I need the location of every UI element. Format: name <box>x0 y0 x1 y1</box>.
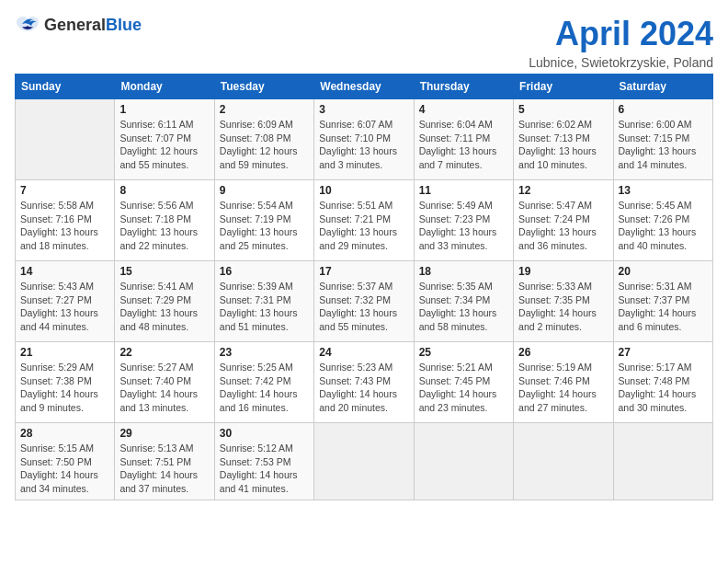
calendar-cell: 24Sunrise: 5:23 AM Sunset: 7:43 PM Dayli… <box>314 342 414 423</box>
weekday-header-tuesday: Tuesday <box>214 75 313 99</box>
day-number: 18 <box>419 265 508 278</box>
day-number: 4 <box>419 103 508 116</box>
calendar-cell: 21Sunrise: 5:29 AM Sunset: 7:38 PM Dayli… <box>16 342 115 423</box>
day-number: 25 <box>419 346 508 359</box>
day-info: Sunrise: 5:56 AM Sunset: 7:18 PM Dayligh… <box>119 199 209 253</box>
day-number: 1 <box>119 103 209 116</box>
day-number: 8 <box>119 184 209 197</box>
calendar-week-4: 21Sunrise: 5:29 AM Sunset: 7:38 PM Dayli… <box>16 342 713 423</box>
calendar-cell: 6Sunrise: 6:00 AM Sunset: 7:15 PM Daylig… <box>613 99 712 180</box>
day-number: 17 <box>319 265 408 278</box>
day-number: 10 <box>319 184 408 197</box>
weekday-header-friday: Friday <box>514 75 613 99</box>
calendar-cell: 5Sunrise: 6:02 AM Sunset: 7:13 PM Daylig… <box>514 99 613 180</box>
day-number: 3 <box>319 103 408 116</box>
day-info: Sunrise: 5:33 AM Sunset: 7:35 PM Dayligh… <box>518 280 608 334</box>
day-info: Sunrise: 5:51 AM Sunset: 7:21 PM Dayligh… <box>319 199 408 253</box>
day-number: 14 <box>20 265 109 278</box>
day-info: Sunrise: 5:47 AM Sunset: 7:24 PM Dayligh… <box>518 199 608 253</box>
calendar-cell: 29Sunrise: 5:13 AM Sunset: 7:51 PM Dayli… <box>115 423 214 500</box>
day-info: Sunrise: 5:21 AM Sunset: 7:45 PM Dayligh… <box>419 361 508 415</box>
day-number: 28 <box>20 427 109 440</box>
day-number: 19 <box>518 265 608 278</box>
calendar-cell: 7Sunrise: 5:58 AM Sunset: 7:16 PM Daylig… <box>16 180 115 261</box>
weekday-header-thursday: Thursday <box>414 75 513 99</box>
day-number: 9 <box>220 184 309 197</box>
calendar-cell: 27Sunrise: 5:17 AM Sunset: 7:48 PM Dayli… <box>613 342 712 423</box>
day-number: 15 <box>119 265 209 278</box>
day-info: Sunrise: 5:13 AM Sunset: 7:51 PM Dayligh… <box>119 442 209 496</box>
calendar-week-5: 28Sunrise: 5:15 AM Sunset: 7:50 PM Dayli… <box>16 423 713 500</box>
day-info: Sunrise: 5:12 AM Sunset: 7:53 PM Dayligh… <box>220 442 309 496</box>
day-info: Sunrise: 5:19 AM Sunset: 7:46 PM Dayligh… <box>518 361 608 415</box>
calendar-cell: 12Sunrise: 5:47 AM Sunset: 7:24 PM Dayli… <box>514 180 613 261</box>
day-info: Sunrise: 6:09 AM Sunset: 7:08 PM Dayligh… <box>220 118 309 172</box>
day-info: Sunrise: 5:58 AM Sunset: 7:16 PM Dayligh… <box>20 199 109 253</box>
calendar-body: 1Sunrise: 6:11 AM Sunset: 7:07 PM Daylig… <box>16 99 713 500</box>
day-info: Sunrise: 5:35 AM Sunset: 7:34 PM Dayligh… <box>419 280 508 334</box>
calendar-cell <box>613 423 712 500</box>
calendar-cell: 23Sunrise: 5:25 AM Sunset: 7:42 PM Dayli… <box>214 342 313 423</box>
day-number: 11 <box>419 184 508 197</box>
calendar-cell: 22Sunrise: 5:27 AM Sunset: 7:40 PM Dayli… <box>115 342 214 423</box>
calendar-cell: 8Sunrise: 5:56 AM Sunset: 7:18 PM Daylig… <box>115 180 214 261</box>
calendar-cell: 11Sunrise: 5:49 AM Sunset: 7:23 PM Dayli… <box>414 180 513 261</box>
page-title: April 2024 <box>529 15 713 53</box>
calendar-cell: 1Sunrise: 6:11 AM Sunset: 7:07 PM Daylig… <box>115 99 214 180</box>
calendar-table: SundayMondayTuesdayWednesdayThursdayFrid… <box>15 74 713 500</box>
calendar-week-2: 7Sunrise: 5:58 AM Sunset: 7:16 PM Daylig… <box>16 180 713 261</box>
day-info: Sunrise: 5:41 AM Sunset: 7:29 PM Dayligh… <box>119 280 209 334</box>
weekday-header-saturday: Saturday <box>613 75 712 99</box>
day-info: Sunrise: 5:37 AM Sunset: 7:32 PM Dayligh… <box>319 280 408 334</box>
day-info: Sunrise: 5:25 AM Sunset: 7:42 PM Dayligh… <box>220 361 309 415</box>
calendar-cell: 30Sunrise: 5:12 AM Sunset: 7:53 PM Dayli… <box>214 423 313 500</box>
calendar-cell: 20Sunrise: 5:31 AM Sunset: 7:37 PM Dayli… <box>613 261 712 342</box>
day-info: Sunrise: 5:45 AM Sunset: 7:26 PM Dayligh… <box>619 199 708 253</box>
title-block: April 2024 Lubnice, Swietokrzyskie, Pola… <box>529 15 713 70</box>
calendar-cell <box>314 423 414 500</box>
calendar-cell <box>16 99 115 180</box>
logo-text: GeneralBlue <box>44 16 142 35</box>
calendar-cell: 25Sunrise: 5:21 AM Sunset: 7:45 PM Dayli… <box>414 342 513 423</box>
day-info: Sunrise: 6:11 AM Sunset: 7:07 PM Dayligh… <box>119 118 209 172</box>
calendar-cell: 13Sunrise: 5:45 AM Sunset: 7:26 PM Dayli… <box>613 180 712 261</box>
day-info: Sunrise: 5:15 AM Sunset: 7:50 PM Dayligh… <box>20 442 109 496</box>
day-number: 29 <box>119 427 209 440</box>
day-number: 16 <box>220 265 309 278</box>
calendar-cell: 14Sunrise: 5:43 AM Sunset: 7:27 PM Dayli… <box>16 261 115 342</box>
weekday-header-wednesday: Wednesday <box>314 75 414 99</box>
day-info: Sunrise: 5:39 AM Sunset: 7:31 PM Dayligh… <box>220 280 309 334</box>
day-info: Sunrise: 5:54 AM Sunset: 7:19 PM Dayligh… <box>220 199 309 253</box>
day-number: 12 <box>518 184 608 197</box>
weekday-header-sunday: Sunday <box>16 75 115 99</box>
calendar-week-1: 1Sunrise: 6:11 AM Sunset: 7:07 PM Daylig… <box>16 99 713 180</box>
calendar-cell: 15Sunrise: 5:41 AM Sunset: 7:29 PM Dayli… <box>115 261 214 342</box>
header: GeneralBlue April 2024 Lubnice, Swietokr… <box>15 15 713 70</box>
calendar-cell: 26Sunrise: 5:19 AM Sunset: 7:46 PM Dayli… <box>514 342 613 423</box>
calendar-week-3: 14Sunrise: 5:43 AM Sunset: 7:27 PM Dayli… <box>16 261 713 342</box>
day-number: 13 <box>619 184 708 197</box>
page-subtitle: Lubnice, Swietokrzyskie, Poland <box>529 55 713 70</box>
day-number: 30 <box>220 427 309 440</box>
calendar-cell: 18Sunrise: 5:35 AM Sunset: 7:34 PM Dayli… <box>414 261 513 342</box>
logo-icon <box>15 15 40 35</box>
day-number: 24 <box>319 346 408 359</box>
day-info: Sunrise: 6:07 AM Sunset: 7:10 PM Dayligh… <box>319 118 408 172</box>
calendar-cell <box>414 423 513 500</box>
weekday-header-row: SundayMondayTuesdayWednesdayThursdayFrid… <box>16 75 713 99</box>
logo-blue: Blue <box>106 16 142 34</box>
calendar-cell: 16Sunrise: 5:39 AM Sunset: 7:31 PM Dayli… <box>214 261 313 342</box>
weekday-header-monday: Monday <box>115 75 214 99</box>
calendar-cell: 4Sunrise: 6:04 AM Sunset: 7:11 PM Daylig… <box>414 99 513 180</box>
calendar-cell: 19Sunrise: 5:33 AM Sunset: 7:35 PM Dayli… <box>514 261 613 342</box>
logo-general: General <box>44 16 106 34</box>
day-number: 5 <box>518 103 608 116</box>
day-info: Sunrise: 5:49 AM Sunset: 7:23 PM Dayligh… <box>419 199 508 253</box>
day-number: 6 <box>619 103 708 116</box>
day-number: 26 <box>518 346 608 359</box>
calendar-cell: 2Sunrise: 6:09 AM Sunset: 7:08 PM Daylig… <box>214 99 313 180</box>
day-info: Sunrise: 5:29 AM Sunset: 7:38 PM Dayligh… <box>20 361 109 415</box>
day-info: Sunrise: 6:00 AM Sunset: 7:15 PM Dayligh… <box>619 118 708 172</box>
day-info: Sunrise: 5:27 AM Sunset: 7:40 PM Dayligh… <box>119 361 209 415</box>
day-info: Sunrise: 5:17 AM Sunset: 7:48 PM Dayligh… <box>619 361 708 415</box>
